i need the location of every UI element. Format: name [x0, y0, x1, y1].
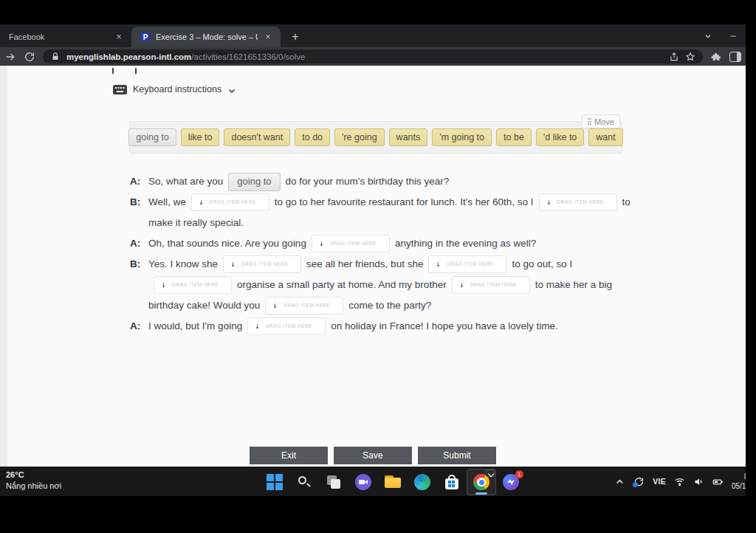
clock-time: 8:: [744, 472, 746, 481]
battery-icon[interactable]: [712, 476, 724, 487]
word-tile[interactable]: going to: [128, 128, 176, 146]
messenger-icon[interactable]: 1: [496, 469, 526, 495]
file-explorer-icon[interactable]: [378, 469, 408, 495]
share-icon[interactable]: [669, 52, 679, 62]
drag-arrow-icon: [272, 302, 278, 310]
edge-browser-icon[interactable]: [408, 469, 437, 495]
drag-arrow-icon: [318, 240, 325, 248]
exit-button[interactable]: Exit: [250, 447, 328, 464]
dialogue-turn: B:Well, weDRAG ITEM HEREto go to her fav…: [130, 192, 647, 233]
sync-update-icon[interactable]: [633, 476, 645, 487]
url-path: /activities/1621651336/0/solve: [191, 52, 305, 61]
forward-icon[interactable]: [4, 51, 16, 63]
browser-tab-strip: Facebook × P Exercise 3 – Mode: solve – …: [0, 24, 746, 47]
drop-zone[interactable]: DRAG ITEM HERE: [539, 193, 617, 211]
drag-placeholder-text: DRAG ITEM HERE: [241, 254, 288, 275]
sentence-text: anything in the evening as well?: [395, 238, 536, 249]
tab-search-chevron-icon[interactable]: [695, 24, 721, 47]
sentence-text: do for your mum's birthday this year?: [286, 176, 450, 187]
drop-zone[interactable]: DRAG ITEM HERE: [265, 297, 343, 314]
sentence-text: come to the party?: [348, 300, 431, 311]
wifi-icon[interactable]: [674, 476, 685, 487]
sentence-text: to go out, so I: [512, 258, 572, 269]
letterboxed-screen-recording: Facebook × P Exercise 3 – Mode: solve – …: [0, 0, 756, 533]
url-text: myenglishlab.pearson-intl.com/activities…: [66, 52, 663, 61]
minimize-button[interactable]: [721, 24, 746, 47]
drag-arrow-icon: [546, 199, 552, 207]
clock-date-value: 05/10: [732, 482, 746, 490]
drag-placeholder-text: DRAG ITEM HERE: [284, 295, 330, 316]
drag-arrow-icon: [254, 323, 261, 331]
drop-zone[interactable]: DRAG ITEM HERE: [223, 255, 301, 273]
sentence-text: So, what are you: [148, 176, 223, 187]
tab-close-icon[interactable]: ×: [114, 32, 124, 42]
drop-zone[interactable]: DRAG ITEM HERE: [191, 193, 269, 211]
word-tile[interactable]: 'd like to: [536, 128, 584, 146]
video-call-app-icon[interactable]: [348, 469, 378, 495]
save-button[interactable]: Save: [334, 447, 412, 464]
dialogue-turn: A:Oh, that sounds nice. Are you goingDRA…: [130, 233, 647, 254]
exercise-page: Keyboard instructions Move going tolike …: [0, 66, 746, 467]
notification-badge: 1: [515, 470, 523, 478]
extensions-puzzle-icon[interactable]: [710, 51, 722, 63]
drag-arrow-icon: [230, 261, 236, 269]
speaker-label: B:: [130, 192, 140, 213]
sentence-text: to make her a big: [535, 279, 612, 290]
dialogue-turn: A:I would, but I'm goingDRAG ITEM HEREon…: [130, 316, 647, 337]
page-left-gutter: [0, 66, 7, 467]
tab-facebook[interactable]: Facebook ×: [0, 27, 131, 47]
speaker-label: B:: [130, 254, 140, 275]
word-tile[interactable]: want: [588, 128, 622, 146]
weather-widget[interactable]: 26°C Nắng nhiều nơi: [6, 470, 61, 492]
sentence-text: to go to her favourite restaurant for lu…: [275, 196, 534, 207]
word-tile[interactable]: to do: [295, 128, 330, 146]
speaker-icon[interactable]: [693, 476, 704, 487]
dialogue-turn: A:So, what are yougoing todo for your mu…: [130, 171, 647, 192]
sentence-text: Well, we: [148, 196, 186, 207]
dialogue-exercise: A:So, what are yougoing todo for your mu…: [130, 171, 647, 337]
drop-zone[interactable]: DRAG ITEM HERE: [154, 276, 232, 294]
profile-icon[interactable]: [729, 52, 741, 62]
microsoft-store-icon[interactable]: [437, 469, 467, 495]
browser-toolbar: myenglishlab.pearson-intl.com/activities…: [0, 47, 746, 66]
drop-zone[interactable]: DRAG ITEM HERE: [452, 276, 530, 294]
sentence-text: on holiday in France! I hope you have a …: [331, 320, 558, 331]
tab-exercise[interactable]: P Exercise 3 – Mode: solve – Unit 4 ×: [131, 27, 281, 47]
word-tile[interactable]: 're going: [334, 128, 385, 146]
submit-button[interactable]: Submit: [418, 447, 496, 464]
keyboard-instructions-toggle[interactable]: Keyboard instructions: [113, 84, 236, 94]
language-indicator[interactable]: VIE: [653, 477, 666, 486]
word-tile[interactable]: to be: [496, 128, 532, 146]
reload-icon[interactable]: [24, 51, 35, 63]
clock-date[interactable]: 8: 05/10: [732, 472, 746, 491]
tab-close-icon[interactable]: ×: [263, 32, 273, 42]
new-tab-button[interactable]: +: [286, 28, 304, 46]
word-tile[interactable]: like to: [181, 128, 220, 146]
task-view-icon[interactable]: [319, 469, 348, 495]
chrome-browser-icon[interactable]: [467, 469, 496, 495]
sentence-text: make it really special.: [148, 217, 244, 228]
drag-placeholder-text: DRAG ITEM HERE: [557, 192, 604, 213]
sentence-text: to: [622, 196, 630, 207]
filled-answer-tile[interactable]: going to: [228, 173, 280, 191]
word-tile[interactable]: doesn't want: [224, 128, 290, 146]
hidden-icons-chevron-icon[interactable]: [614, 476, 625, 487]
sentence-text: Oh, that sounds nice. Are you going: [148, 238, 306, 249]
drop-zone[interactable]: DRAG ITEM HERE: [428, 255, 506, 273]
drag-arrow-icon: [435, 261, 441, 269]
drop-zone[interactable]: DRAG ITEM HERE: [312, 235, 390, 252]
drop-zone[interactable]: DRAG ITEM HERE: [247, 317, 326, 335]
start-icon[interactable]: [260, 469, 289, 495]
weather-description: Nắng nhiều nơi: [6, 481, 61, 492]
keyboard-instructions-label: Keyboard instructions: [133, 84, 221, 94]
word-tile[interactable]: 'm going to: [432, 128, 492, 146]
address-bar[interactable]: myenglishlab.pearson-intl.com/activities…: [43, 49, 703, 63]
search-icon[interactable]: [289, 469, 319, 495]
bookmark-star-icon[interactable]: [685, 52, 695, 62]
keyboard-icon: [113, 85, 127, 94]
tab-title: Exercise 3 – Mode: solve – Unit 4: [156, 32, 258, 41]
desktop-screen: Facebook × P Exercise 3 – Mode: solve – …: [0, 24, 746, 496]
drag-arrow-icon: [198, 199, 205, 207]
word-tile[interactable]: wants: [389, 128, 428, 146]
tab-title: Facebook: [9, 32, 109, 41]
